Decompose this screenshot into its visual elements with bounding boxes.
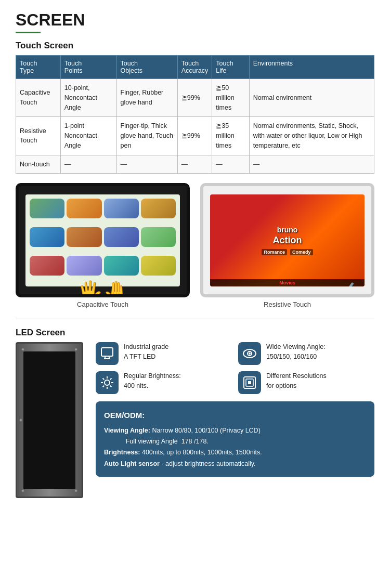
cell-life: ≧35 million times <box>212 117 249 155</box>
svg-point-6 <box>249 352 251 355</box>
led-monitor-image <box>16 342 83 498</box>
touch-section-title: Touch Screen <box>16 41 374 51</box>
cell-accuracy: — <box>177 155 212 174</box>
cell-type: Capacitive Touch <box>16 79 61 117</box>
th-touch-points: TouchPoints <box>60 56 116 79</box>
oem-viewing-angle: Viewing Angle: Narrow 80/80, 100/100 (Pr… <box>104 425 366 448</box>
svg-rect-0 <box>101 348 113 356</box>
capacitive-screen-image: 🖐🤚 <box>16 183 190 297</box>
app-icon-7 <box>104 227 139 247</box>
title-underline <box>16 32 41 33</box>
cell-points: — <box>60 155 116 174</box>
cell-objects: Finger-tip, Thick glove hand, Touch pen <box>116 117 177 155</box>
app-icon-6 <box>67 227 101 247</box>
app-icon-2 <box>67 199 101 218</box>
led-features-grid: Industrial gradeA TFT LED Wide Viewing A… <box>96 342 374 394</box>
led-section: Industrial gradeA TFT LED Wide Viewing A… <box>16 342 374 498</box>
oem-sensor-value: - adjust brightness automatically. <box>161 460 255 467</box>
led-feature-viewing-text: Wide Viewing Angle:150/150, 160/160 <box>266 342 326 362</box>
led-feature-monitor-text: Industrial gradeA TFT LED <box>124 342 168 362</box>
res-screen-mock: bruno Action Romance Comedy Movies ✍️ <box>210 194 365 286</box>
stylus-hand-icon: ✍️ <box>339 281 359 286</box>
app-icon-11 <box>104 256 139 276</box>
th-environments: Environments <box>249 56 374 79</box>
cell-life: — <box>212 155 249 174</box>
cap-screen-mock: 🖐🤚 <box>25 194 180 286</box>
screw-ml <box>19 419 22 422</box>
eye-icon-box <box>238 342 261 365</box>
svg-line-13 <box>110 386 112 387</box>
oem-brightness-label: Brightness: <box>104 449 140 456</box>
brightness-icon-box <box>96 371 119 394</box>
led-feature-brightness-text: Regular Brightness:400 nits. <box>124 371 181 391</box>
table-row: Non-touch————— <box>16 155 374 174</box>
led-feature-resolution-text: Different Resolutionsfor options <box>266 371 327 391</box>
cell-environments: — <box>249 155 374 174</box>
resolution-icon-box <box>238 371 261 394</box>
led-section-title: LED Screen <box>16 328 374 338</box>
th-touch-life: TouchLife <box>212 56 249 79</box>
screw-br <box>74 489 77 492</box>
res-content-mock: bruno Action Romance Comedy <box>210 194 365 286</box>
cell-accuracy: ≧99% <box>177 79 212 117</box>
cell-points: 10-point, Noncontact Angle <box>60 79 116 117</box>
cell-objects: Finger, Rubber glove hand <box>116 79 177 117</box>
section-divider <box>16 319 374 319</box>
touch-images-row: 🖐🤚 Capacitive Touch bruno Action Romance… <box>16 183 374 308</box>
cell-accuracy: ≧99% <box>177 117 212 155</box>
oem-title: OEM/ODM: <box>104 409 366 422</box>
table-row: Capacitive Touch10-point, Noncontact Ang… <box>16 79 374 117</box>
resistive-screen-image: bruno Action Romance Comedy Movies ✍️ <box>200 183 374 297</box>
svg-line-14 <box>110 378 112 380</box>
oem-sensor: Auto Light sensor - adjust brightness au… <box>104 459 366 469</box>
svg-rect-18 <box>248 381 251 384</box>
led-feature-monitor: Industrial gradeA TFT LED <box>96 342 232 365</box>
app-icon-3 <box>104 199 139 218</box>
svg-line-15 <box>103 386 105 387</box>
led-feature-viewing: Wide Viewing Angle:150/150, 160/160 <box>238 342 374 365</box>
capacitive-image-wrap: 🖐🤚 Capacitive Touch <box>16 183 190 308</box>
svg-point-7 <box>105 380 110 385</box>
led-feature-resolution: Different Resolutionsfor options <box>238 371 374 394</box>
led-right-content: Industrial gradeA TFT LED Wide Viewing A… <box>96 342 374 477</box>
resistive-caption: Resistive Touch <box>200 300 374 308</box>
app-icon-10 <box>67 256 101 276</box>
cell-type: Non-touch <box>16 155 61 174</box>
app-icon-9 <box>30 256 64 276</box>
touch-screen-table: TouchType TouchPoints TouchObjects Touch… <box>16 55 374 174</box>
svg-line-12 <box>103 378 105 380</box>
cell-life: ≧50 million times <box>212 79 249 117</box>
table-row: Resistive Touch1-point Noncontact AngleF… <box>16 117 374 155</box>
cell-environments: Normal environments, Static, Shock, with… <box>249 117 374 155</box>
th-touch-type: TouchType <box>16 56 61 79</box>
app-icon-4 <box>141 199 176 218</box>
oem-box: OEM/ODM: Viewing Angle: Narrow 80/80, 10… <box>96 401 374 477</box>
cell-points: 1-point Noncontact Angle <box>60 117 116 155</box>
monitor-icon-box <box>96 342 119 365</box>
app-icon-12 <box>141 256 176 276</box>
oem-brightness: Brightness: 400nits, up to 800nits, 1000… <box>104 447 366 458</box>
screw-tr <box>74 348 77 351</box>
th-touch-accuracy: TouchAccuracy <box>177 56 212 79</box>
app-icon-8 <box>141 227 176 247</box>
resistive-image-wrap: bruno Action Romance Comedy Movies ✍️ Re… <box>200 183 374 308</box>
th-touch-objects: TouchObjects <box>116 56 177 79</box>
cell-objects: — <box>116 155 177 174</box>
screw-tl <box>21 348 24 351</box>
screw-bl <box>21 489 24 492</box>
app-icon-1 <box>30 199 64 218</box>
oem-viewing-label: Viewing Angle: <box>104 427 150 434</box>
oem-sensor-label: Auto Light sensor <box>104 460 160 467</box>
app-icon-5 <box>30 227 64 247</box>
cell-environments: Normal environment <box>249 79 374 117</box>
led-monitor-inner <box>23 351 75 489</box>
capacitive-caption: Capacitive Touch <box>16 300 190 308</box>
led-feature-brightness: Regular Brightness:400 nits. <box>96 371 232 394</box>
page-title: SCREEN <box>16 10 374 30</box>
hands-cap-icon: 🖐🤚 <box>77 281 129 298</box>
cell-type: Resistive Touch <box>16 117 61 155</box>
